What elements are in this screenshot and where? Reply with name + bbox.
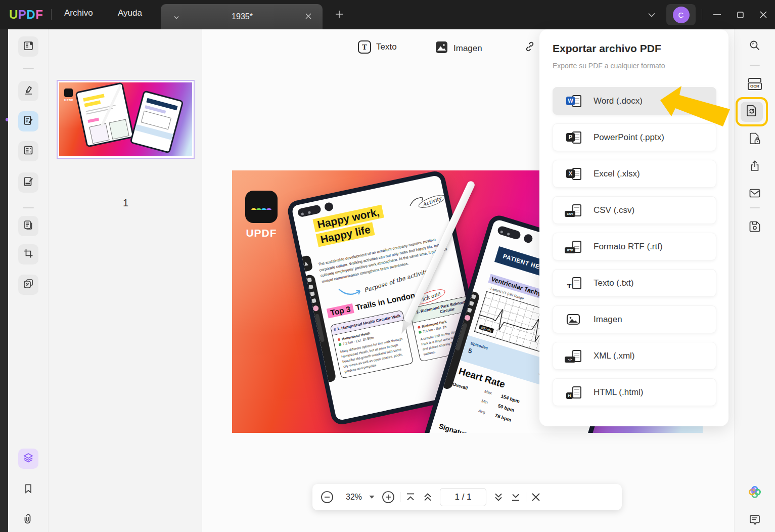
sidebar-annotate-button[interactable]: [18, 81, 38, 101]
word-icon: W: [566, 94, 582, 108]
sidebar-fill-sign-button[interactable]: [18, 172, 38, 193]
left-edge-strip: [0, 29, 8, 532]
text-tool-button[interactable]: T Texto: [358, 40, 397, 54]
save-button[interactable]: [745, 217, 765, 238]
trail-card-1: # 1. Hampstead Health Circular Walk Hamp…: [330, 310, 414, 379]
csv-icon: CSV: [566, 203, 582, 217]
close-button[interactable]: [752, 0, 775, 29]
sidebar-crop-button[interactable]: [18, 244, 38, 264]
format-option-txt[interactable]: T Texto (.txt): [553, 269, 716, 297]
zoom-dropdown-icon[interactable]: [369, 495, 375, 499]
titlebar-chevron-down-icon[interactable]: [640, 0, 663, 29]
ai-assistant-icon: [748, 485, 762, 501]
tablet-toolbar-pill: [497, 225, 522, 240]
book-icon: [23, 40, 34, 53]
sidebar-bookmark-button[interactable]: [18, 479, 38, 500]
text-tool-icon: T: [358, 40, 371, 54]
fill-sign-icon: [23, 176, 34, 189]
tab-close-icon[interactable]: [305, 12, 311, 21]
search-icon: [749, 39, 761, 54]
tablet-toolbar-pill: [297, 204, 322, 217]
page-indicator-input[interactable]: 1 / 1: [440, 488, 486, 506]
format-option-image[interactable]: Imagen: [553, 305, 716, 333]
sidebar-layers-button[interactable]: [18, 449, 38, 469]
updf-app-icon: [245, 191, 278, 223]
zoom-in-button[interactable]: [382, 491, 395, 504]
sidebar-edit-button[interactable]: [18, 111, 38, 131]
xml-icon: </>: [566, 349, 582, 363]
sidebar-attachment-button[interactable]: [18, 510, 38, 530]
pages-icon: [23, 219, 34, 233]
zoom-level[interactable]: 32%: [341, 493, 367, 502]
titlebar-divider: [51, 9, 52, 20]
toolbar-divider: [23, 68, 34, 69]
thumbnail-panel: UPDF 1: [49, 29, 202, 532]
page-thumbnail-1[interactable]: UPDF: [57, 80, 195, 159]
protect-button[interactable]: [745, 129, 765, 150]
menu-ayuda[interactable]: Ayuda: [118, 8, 142, 18]
email-button[interactable]: [745, 184, 765, 204]
share-icon: [749, 160, 761, 174]
feedback-icon: [749, 514, 761, 528]
next-page-button[interactable]: [493, 492, 504, 502]
mini-right-tablet: [129, 90, 184, 154]
mini-updf-logo: [64, 88, 73, 97]
tablet-undo-pill: [324, 202, 334, 212]
avatar: C: [673, 7, 690, 23]
sidebar-page-tools-button[interactable]: [18, 216, 38, 236]
sidebar-organize-pages-button[interactable]: [18, 141, 38, 161]
search-button[interactable]: [745, 36, 765, 57]
new-tab-button[interactable]: [335, 10, 344, 21]
thumbnail-page-number: 1: [57, 197, 195, 209]
panel-subtitle: Exporte su PDF a cualquier formato: [553, 62, 665, 70]
organize-pages-icon: [23, 145, 34, 158]
format-option-csv[interactable]: CSV CSV (.csv): [553, 196, 716, 224]
share-button[interactable]: [745, 157, 765, 177]
tab-dropdown-icon[interactable]: [174, 12, 179, 21]
link-icon: [524, 40, 536, 55]
link-tool-button[interactable]: [524, 40, 536, 55]
zoom-out-button[interactable]: [321, 491, 334, 504]
sidebar-stamp-button[interactable]: [18, 275, 38, 295]
page-heading: Happy work, Happy life: [312, 205, 387, 249]
minimize-button[interactable]: [705, 0, 728, 29]
format-option-rtf[interactable]: RTF Formato RTF (.rtf): [553, 233, 716, 260]
mini-updf-wordmark: UPDF: [61, 99, 76, 102]
account-button[interactable]: C: [666, 4, 696, 25]
updf-wordmark: UPDF: [242, 227, 281, 239]
annotation-toolbar-top: [299, 255, 313, 272]
heart-rate-stats: Max154 bpm Min50 bpm Avg78 bpm: [477, 388, 521, 428]
last-page-button[interactable]: [511, 493, 521, 502]
paperclip-icon: [23, 513, 34, 526]
document-lock-icon: [749, 132, 761, 147]
tutorial-arrow: [656, 85, 732, 128]
export-button[interactable]: [741, 102, 763, 122]
overall-label: Overall: [452, 381, 468, 390]
ai-assistant-button[interactable]: [745, 483, 765, 503]
sidebar-read-mode-button[interactable]: [18, 36, 38, 57]
updf-app-window: UPDF Archivo Ayuda 1935* C: [0, 0, 775, 532]
crop-icon: [23, 248, 34, 261]
mini-left-tablet: [75, 82, 134, 148]
titlebar-divider: [702, 9, 702, 20]
tab-title: 1935*: [179, 12, 305, 21]
feedback-button[interactable]: [745, 511, 765, 531]
ocr-button[interactable]: OCR: [745, 74, 765, 94]
export-convert-icon: [746, 104, 758, 119]
ocr-icon: OCR: [748, 78, 762, 90]
format-option-html[interactable]: H HTML (.html): [553, 378, 716, 406]
first-page-button[interactable]: [405, 493, 416, 502]
toolbar-divider: [400, 492, 400, 502]
txt-icon: T: [566, 276, 582, 290]
close-toolbar-button[interactable]: [531, 493, 540, 502]
image-tool-button[interactable]: Imagen: [435, 40, 482, 56]
tablet-undo-pill: [523, 233, 533, 244]
format-option-excel[interactable]: X Excel (.xlsx): [553, 160, 716, 188]
maximize-button[interactable]: [728, 0, 752, 29]
stamp-icon: [23, 278, 34, 291]
document-tab[interactable]: 1935*: [161, 4, 323, 29]
previous-page-button[interactable]: [423, 492, 433, 502]
toolbar-divider: [526, 492, 526, 502]
menu-archivo[interactable]: Archivo: [64, 8, 93, 18]
format-option-xml[interactable]: </> XML (.xml): [553, 342, 716, 370]
